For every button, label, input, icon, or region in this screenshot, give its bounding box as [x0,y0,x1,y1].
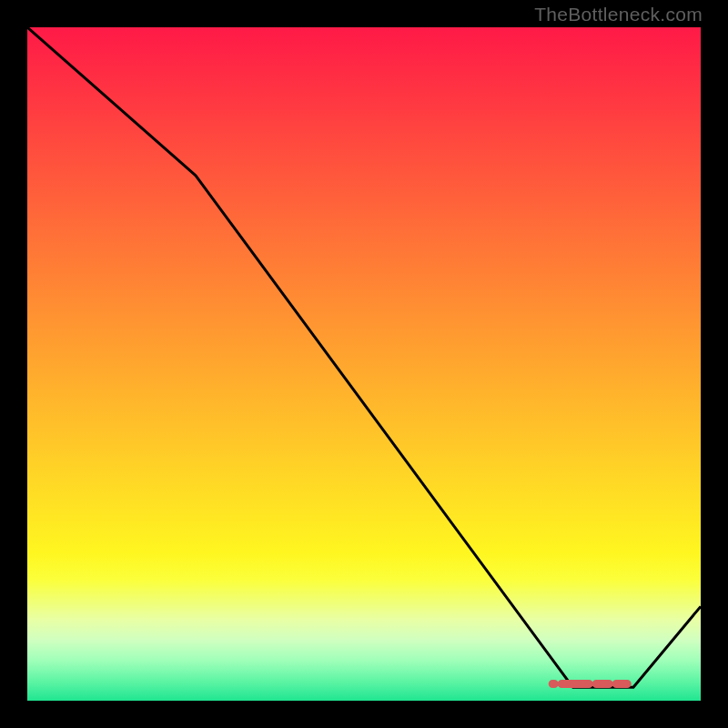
attribution-text: TheBottleneck.com [534,4,703,25]
chart-area [27,27,701,701]
chart-overlay [27,27,701,701]
bottleneck-curve-line [27,27,701,687]
